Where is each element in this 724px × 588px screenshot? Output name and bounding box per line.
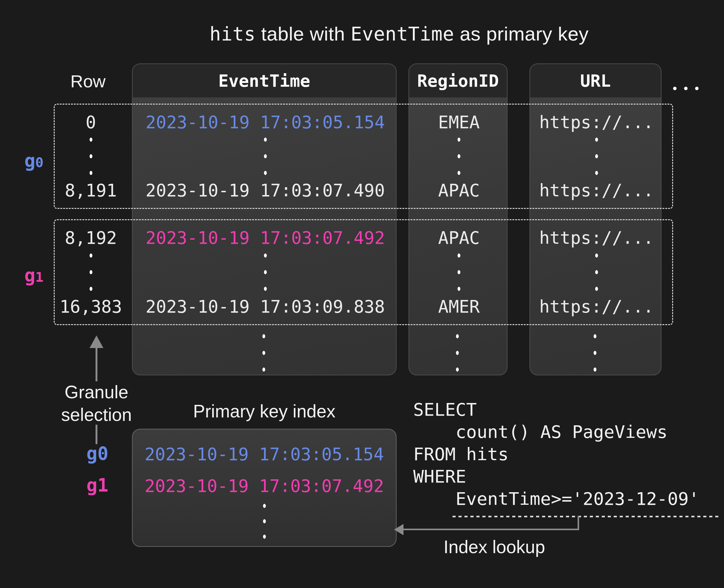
vertical-ellipsis-icon	[595, 253, 598, 291]
primary-key-index-box: 2023-10-19 17:03:05.154 2023-10-19 17:03…	[132, 429, 397, 547]
row-column-header: Row	[63, 71, 113, 91]
granule-label-base: g	[24, 265, 35, 286]
region-value: AMER	[438, 296, 479, 317]
granule-g1-eventtime-cell: 2023-10-19 17:03:07.492 2023-10-19 17:03…	[133, 220, 397, 324]
title-hits-code: hits	[210, 23, 256, 45]
granule-g1-row-cell: 8,192 16,383	[58, 220, 124, 324]
vertical-ellipsis-icon	[262, 334, 265, 372]
granule-g1-url-cell: https://... https://...	[531, 220, 662, 324]
url-value: https://...	[539, 180, 654, 201]
region-value: APAC	[438, 180, 479, 201]
sql-line: FROM hits	[413, 443, 699, 465]
title-text-2: as primary key	[454, 23, 588, 45]
column-header-eventtime: EventTime	[132, 64, 396, 97]
title-eventtime-code: EventTime	[351, 23, 454, 45]
index-lookup-connector-horizontal	[402, 529, 578, 530]
granule-g0-box: 0 8,191 2023-10-19 17:03:05.154 2023-10-…	[54, 104, 673, 209]
granule-g0-label: g0	[17, 150, 51, 171]
region-value: EMEA	[438, 112, 479, 132]
index-lookup-connector-vertical	[578, 516, 579, 530]
row-number: 8,192	[65, 228, 117, 248]
region-value: APAC	[438, 228, 479, 248]
granule-g0-region-cell: EMEA APAC	[410, 105, 509, 208]
vertical-ellipsis-icon	[595, 138, 598, 175]
granule-g0-url-cell: https://... https://...	[531, 105, 662, 208]
vertical-ellipsis-icon	[89, 253, 92, 291]
sql-line: count() AS PageViews	[413, 421, 699, 443]
vertical-ellipsis-icon	[89, 138, 92, 175]
index-g0-label: g0	[79, 444, 116, 463]
eventtime-value-min: 2023-10-19 17:03:05.154	[145, 112, 385, 132]
sql-line: WHERE	[413, 465, 699, 487]
sql-line: EventTime>='2023-12-09'	[413, 487, 699, 510]
index-g1-label: g1	[79, 476, 116, 495]
granule-g1-label: g1	[17, 265, 51, 286]
row-number: 8,191	[65, 180, 117, 201]
vertical-ellipsis-icon	[264, 138, 267, 175]
eventtime-value-max: 2023-10-19 17:03:07.490	[145, 180, 385, 201]
sql-line: SELECT	[413, 398, 699, 421]
granule-label-subscript: 1	[98, 475, 108, 496]
granule-label-subscript: 0	[35, 154, 43, 170]
granule-g0-eventtime-cell: 2023-10-19 17:03:05.154 2023-10-19 17:03…	[133, 105, 397, 208]
granule-label-base: g	[86, 475, 98, 496]
granule-g1-box: 8,192 16,383 2023-10-19 17:03:07.492 202…	[54, 219, 673, 325]
index-lookup-label: Index lookup	[431, 537, 557, 557]
more-columns-ellipsis-icon	[673, 87, 699, 90]
granule-g0-row-cell: 0 8,191	[58, 105, 124, 208]
vertical-ellipsis-icon	[457, 253, 460, 291]
index-entry-g0-value: 2023-10-19 17:03:05.154	[145, 445, 384, 464]
granule-selection-arrow-shaft	[96, 348, 98, 381]
up-arrowhead-icon	[89, 335, 103, 348]
granule-label-base: g	[86, 443, 98, 464]
eventtime-value-min: 2023-10-19 17:03:07.492	[145, 228, 385, 248]
column-header-regionid: RegionID	[409, 64, 507, 97]
row-number: 16,383	[60, 296, 122, 317]
granule-label-base: g	[24, 150, 35, 171]
url-value: https://...	[539, 112, 654, 132]
index-entry-g1-value: 2023-10-19 17:03:07.492	[145, 477, 384, 495]
url-value: https://...	[539, 296, 654, 317]
eventtime-value-max: 2023-10-19 17:03:09.838	[145, 296, 385, 317]
title-text-1: table with	[255, 23, 350, 45]
vertical-ellipsis-icon	[263, 504, 266, 539]
vertical-ellipsis-icon	[456, 334, 459, 372]
primary-key-index-heading: Primary key index	[132, 401, 397, 422]
granule-label-subscript: 0	[98, 443, 108, 464]
url-value: https://...	[539, 228, 654, 248]
granule-g1-region-cell: APAC AMER	[410, 220, 509, 324]
granule-selection-arrow-tail	[96, 425, 98, 444]
column-header-url: URL	[530, 64, 661, 97]
vertical-ellipsis-icon	[264, 253, 267, 291]
vertical-ellipsis-icon	[457, 138, 460, 175]
sql-query: SELECT count() AS PageViews FROM hits WH…	[413, 398, 699, 510]
left-arrowhead-icon	[394, 524, 404, 535]
granule-label-subscript: 1	[35, 269, 43, 285]
row-number: 0	[85, 112, 96, 132]
vertical-ellipsis-icon	[594, 334, 596, 372]
where-clause-underline	[453, 516, 720, 517]
diagram-title: hits table with EventTime as primary key	[74, 23, 724, 45]
